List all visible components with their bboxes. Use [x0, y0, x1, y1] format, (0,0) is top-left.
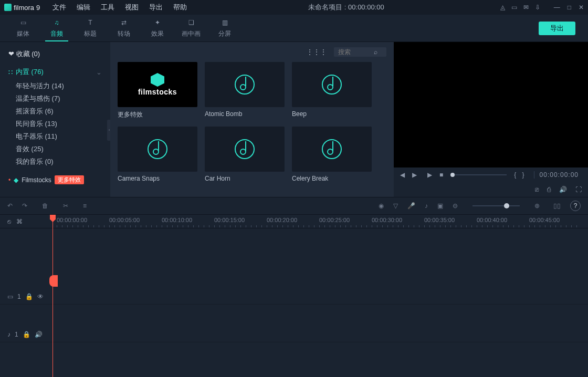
zoom-in-icon[interactable]: ⊕: [534, 202, 540, 210]
audio-thumb: [292, 127, 372, 172]
next-frame-icon[interactable]: ▶: [412, 171, 417, 179]
timeline: ⎋ ⌘ 00:00:00:0000:00:05:0000:00:10:0000:…: [0, 215, 588, 377]
zoom-slider[interactable]: [472, 205, 520, 206]
cat-item-4[interactable]: 电子器乐 (11): [0, 130, 110, 143]
card-camera-snaps[interactable]: Camera Snaps: [118, 127, 197, 182]
favorites-row[interactable]: ❤ 收藏 (0): [0, 47, 110, 61]
undo-icon[interactable]: ↶: [7, 202, 13, 210]
time-ruler[interactable]: 00:00:00:0000:00:05:0000:00:10:0000:00:1…: [52, 215, 588, 228]
menu-file[interactable]: 文件: [47, 3, 71, 12]
tab-title-label: 标题: [84, 29, 97, 38]
play-icon[interactable]: ▶: [427, 171, 432, 179]
folder-icon: ▭: [18, 18, 28, 27]
filmstocks-text: filmstocks: [138, 88, 177, 96]
audio-track-header: ♪ 1 🔒 🔊: [0, 331, 52, 338]
range-braces[interactable]: { }: [514, 171, 526, 179]
cat-item-6[interactable]: 我的音乐 (0): [0, 155, 110, 168]
cat-item-3[interactable]: 民间音乐 (13): [0, 118, 110, 130]
snapshot-icon[interactable]: ⎙: [547, 186, 551, 193]
crop-icon[interactable]: ▣: [437, 202, 443, 210]
tab-audio[interactable]: ♫音频: [40, 15, 74, 41]
search-icon[interactable]: ⌕: [374, 48, 377, 56]
marker-icon[interactable]: ▽: [393, 202, 398, 210]
stop-icon[interactable]: ■: [439, 171, 443, 179]
tab-effect[interactable]: ✦效果: [141, 15, 174, 41]
video-track[interactable]: ▭ 1 🔒 👁: [0, 289, 588, 305]
card-car-horn[interactable]: Car Horn: [205, 127, 285, 182]
cat-item-1[interactable]: 温柔与感伤 (7): [0, 92, 110, 105]
message-icon[interactable]: ✉: [523, 4, 529, 11]
cut-icon[interactable]: ✂: [63, 202, 68, 210]
note-icon: [235, 75, 255, 95]
ruler-label: 00:00:05:00: [109, 217, 140, 223]
builtin-header[interactable]: ∷内置 (76)⌄: [0, 64, 110, 80]
redo-icon[interactable]: ↷: [22, 202, 27, 210]
lock-icon[interactable]: 🔒: [23, 331, 30, 338]
fullscreen-icon[interactable]: ⛶: [575, 186, 582, 193]
close-icon[interactable]: ✕: [579, 4, 584, 11]
card-atomic-bomb[interactable]: Atomic Bomb: [205, 62, 285, 119]
tab-transition[interactable]: ⇄转场: [107, 15, 141, 41]
note-icon: [235, 139, 255, 159]
quality-icon[interactable]: ⎚: [535, 186, 539, 193]
record-icon[interactable]: ◉: [379, 202, 384, 210]
tab-split[interactable]: ▥分屏: [208, 15, 242, 41]
cat-item-5[interactable]: 音效 (25): [0, 143, 110, 155]
audio-mixer-icon[interactable]: ♪: [425, 202, 428, 210]
maximize-icon[interactable]: □: [568, 4, 571, 11]
account-icon[interactable]: ◬: [500, 4, 505, 11]
export-button[interactable]: 导出: [539, 22, 575, 35]
progress-thumb[interactable]: [450, 173, 455, 177]
card-label: Camera Snaps: [118, 175, 197, 182]
menu-export[interactable]: 导出: [144, 3, 168, 12]
volume-icon[interactable]: 🔊: [559, 186, 567, 193]
card-beep[interactable]: Beep: [292, 62, 372, 119]
transition-icon: ⇄: [119, 18, 129, 27]
mute-icon[interactable]: 🔊: [35, 331, 43, 338]
notification-icon[interactable]: ▭: [511, 4, 517, 11]
tab-title[interactable]: T标题: [74, 15, 107, 41]
primary-tabs: ▭媒体 ♫音频 T标题 ⇄转场 ✦效果 ❏画中画 ▥分屏 导出: [0, 15, 588, 42]
delete-icon[interactable]: 🗑: [42, 202, 48, 210]
menu-view[interactable]: 视图: [120, 3, 144, 12]
search-input[interactable]: [338, 48, 374, 56]
lock-icon[interactable]: 🔒: [25, 293, 33, 300]
video-track-header: ▭ 1 🔒 👁: [0, 293, 52, 300]
minimize-icon[interactable]: —: [554, 4, 560, 11]
grid-view-icon[interactable]: ⋮⋮⋮: [306, 48, 327, 56]
prev-frame-icon[interactable]: ◀: [400, 171, 405, 179]
mid-area: ❤ 收藏 (0) ∷内置 (76)⌄ 年轻与活力 (14) 温柔与感伤 (7) …: [0, 42, 588, 197]
card-celery-break[interactable]: Celery Break: [292, 127, 372, 182]
playhead[interactable]: [52, 215, 53, 377]
voiceover-icon[interactable]: 🎤: [407, 202, 415, 210]
snap-icon[interactable]: ⎋: [7, 218, 11, 225]
cat-item-0[interactable]: 年轻与活力 (14): [0, 80, 110, 92]
browser-toolbar: ⋮⋮⋮ ⌕: [118, 47, 386, 57]
tab-pip[interactable]: ❏画中画: [174, 15, 208, 41]
cat-item-2[interactable]: 摇滚音乐 (6): [0, 105, 110, 118]
help-icon[interactable]: ?: [570, 201, 581, 211]
card-filmstocks[interactable]: filmstocks 更多特效: [118, 62, 197, 119]
progress-bar[interactable]: [450, 174, 507, 175]
menu-tools[interactable]: 工具: [96, 3, 120, 12]
zoom-out-icon[interactable]: ⊖: [453, 202, 458, 210]
tab-media[interactable]: ▭媒体: [6, 15, 40, 41]
menu-help[interactable]: 帮助: [168, 3, 192, 12]
filmstocks-link[interactable]: • ◆ Filmstocks 更多特效: [0, 172, 110, 187]
builtin-label: 内置 (76): [16, 67, 44, 77]
visibility-icon[interactable]: 👁: [37, 293, 44, 300]
brand-version: 9: [36, 4, 40, 12]
audio-track[interactable]: ♪ 1 🔒 🔊: [0, 327, 588, 342]
search-box[interactable]: ⌕: [334, 47, 386, 57]
link-icon[interactable]: ⌘: [16, 218, 23, 225]
menu-edit[interactable]: 编辑: [71, 3, 96, 12]
settings-icon[interactable]: ≡: [83, 202, 87, 210]
favorites-label: 收藏 (0): [16, 50, 40, 58]
zoom-thumb[interactable]: [504, 203, 509, 208]
fit-icon[interactable]: ▯▯: [553, 202, 561, 210]
preview-controls: ◀ ▶ ▶ ■ { } 00:00:00:00: [394, 167, 588, 182]
tracks-area: ▭ 1 🔒 👁 ♪ 1 🔒 🔊: [0, 228, 588, 377]
video-track-number: 1: [17, 293, 21, 300]
mic-icon[interactable]: ⇩: [535, 4, 540, 11]
red-marker[interactable]: [49, 275, 58, 287]
